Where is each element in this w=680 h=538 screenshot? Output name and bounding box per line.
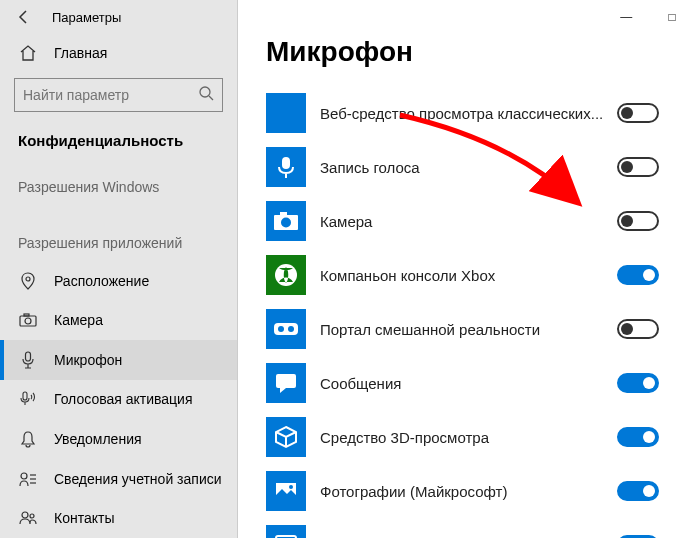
search-box[interactable] [14,78,223,112]
sidebar: Параметры Главная Конфиденциальность Раз… [0,0,238,538]
svg-point-2 [26,277,30,281]
microphone-icon [18,351,38,369]
sidebar-item-label: Камера [54,312,103,328]
svg-rect-14 [282,157,290,169]
sidebar-item-label: Контакты [54,510,114,526]
toggle-switch[interactable] [617,157,659,177]
window-controls: — □ ✕ [603,0,680,34]
sidebar-item-label: Голосовая активация [54,391,193,407]
sidebar-item-microphone[interactable]: Микрофон [0,340,237,380]
sidebar-item-camera[interactable]: Камера [0,300,237,340]
maximize-button[interactable]: □ [649,0,680,34]
app-label: Запись голоса [320,159,603,176]
app-row: Средство 3D-просмотраВкл. [266,410,680,464]
voice-recorder-icon [266,147,306,187]
svg-rect-6 [26,352,31,361]
app-label: Сообщения [320,375,603,392]
search-container [0,72,237,122]
svg-rect-19 [274,323,298,335]
svg-point-21 [288,326,294,332]
sidebar-item-label: Уведомления [54,431,142,447]
app-label: Фотографии (Майкрософт) [320,483,603,500]
app-label: Камера [320,213,603,230]
home-link[interactable]: Главная [0,34,237,72]
svg-point-0 [200,87,210,97]
group-windows-perms: Разрешения Windows [0,163,237,205]
app-label: Веб-средство просмотра классических... [320,105,603,122]
sidebar-item-label: Сведения учетной записи [54,471,222,487]
svg-rect-22 [276,374,296,388]
app-row: Запись голосаОткл. [266,140,680,194]
contacts-icon [18,511,38,525]
bell-icon [18,430,38,448]
sidebar-item-label: Расположение [54,273,149,289]
app-row: Фотографии (Майкрософт)Вкл. [266,464,680,518]
search-input[interactable] [23,87,198,103]
app-row: Веб-средство просмотра классических...От… [266,86,680,140]
svg-rect-5 [24,314,29,316]
xbox-icon [266,255,306,295]
svg-point-8 [21,473,27,479]
account-icon [18,471,38,487]
svg-rect-17 [280,212,287,215]
window-title: Параметры [52,10,121,25]
voice-activation-icon [18,391,38,407]
sidebar-item-contacts[interactable]: Контакты [0,498,237,538]
app-row: Компаньон консоли XboxВкл. [266,248,680,302]
svg-point-16 [281,218,291,228]
toggle-switch[interactable] [617,427,659,447]
title-bar: Параметры [0,0,237,34]
camera-icon [266,201,306,241]
app-row: Портал смешанной реальностиОткл. [266,302,680,356]
home-label: Главная [54,45,107,61]
blank-icon [266,93,306,133]
group-app-perms: Разрешения приложений [0,205,237,261]
app-row: КамераОткл. [266,194,680,248]
app-label: Портал смешанной реальности [320,321,603,338]
toggle-switch[interactable] [617,103,659,123]
toggle-switch[interactable] [617,211,659,231]
toggle-switch[interactable] [617,265,659,285]
mixed-reality-icon [266,309,306,349]
category-heading: Конфиденциальность [0,122,237,163]
location-icon [18,272,38,290]
sidebar-item-notifications[interactable]: Уведомления [0,419,237,459]
app-row: Центр отзывовВкл. [266,518,680,538]
camera-icon [18,313,38,327]
app-row: СообщенияВкл. [266,356,680,410]
photos-icon [266,471,306,511]
home-icon [18,44,38,62]
svg-point-20 [278,326,284,332]
sidebar-item-account-info[interactable]: Сведения учетной записи [0,459,237,499]
app-label: Средство 3D-просмотра [320,429,603,446]
feedback-icon [266,525,306,538]
back-button[interactable] [6,0,42,34]
main-panel: — □ ✕ Микрофон Веб-средство просмотра кл… [238,0,680,538]
sidebar-item-label: Микрофон [54,352,122,368]
3d-viewer-icon [266,417,306,457]
search-icon [198,85,214,104]
svg-point-12 [22,512,28,518]
svg-rect-7 [23,392,27,400]
app-label: Компаньон консоли Xbox [320,267,603,284]
svg-point-4 [25,318,31,324]
toggle-switch[interactable] [617,319,659,339]
messaging-icon [266,363,306,403]
minimize-button[interactable]: — [603,0,649,34]
toggle-switch[interactable] [617,373,659,393]
sidebar-item-voice-activation[interactable]: Голосовая активация [0,380,237,420]
svg-point-24 [289,485,293,489]
toggle-switch[interactable] [617,481,659,501]
sidebar-item-location[interactable]: Расположение [0,261,237,301]
app-permission-list: Веб-средство просмотра классических...От… [238,86,680,538]
svg-point-13 [30,514,34,518]
svg-line-1 [209,96,213,100]
